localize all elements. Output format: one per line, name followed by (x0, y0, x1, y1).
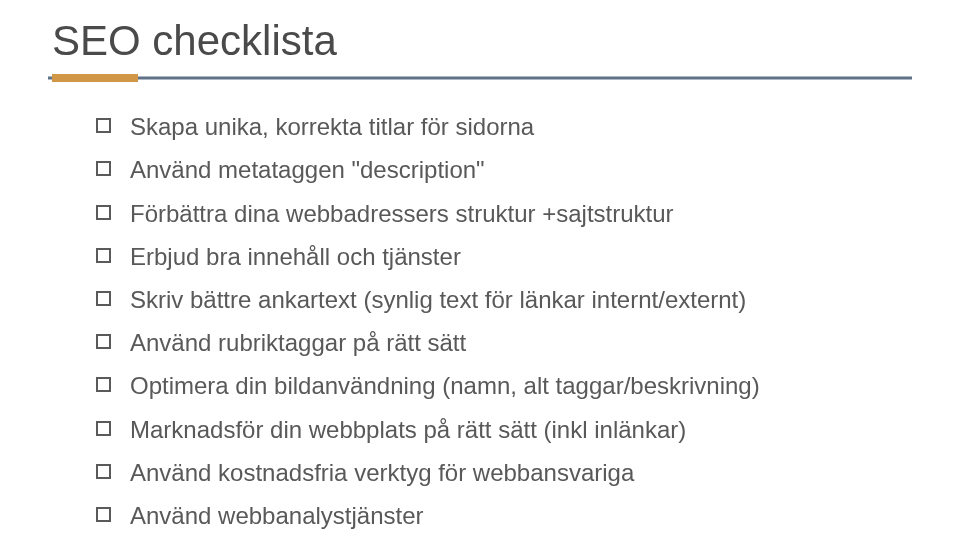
slide: SEO checklista Skapa unika, korrekta tit… (0, 0, 960, 551)
list-item: Använd webbanalystjänster (96, 497, 912, 534)
page-title: SEO checklista (52, 18, 912, 64)
list-item: Erbjud bra innehåll och tjänster (96, 238, 912, 275)
checklist: Skapa unika, korrekta titlar för sidorna… (48, 108, 912, 534)
list-item: Skapa unika, korrekta titlar för sidorna (96, 108, 912, 145)
title-rule (48, 74, 912, 82)
list-item: Marknadsför din webbplats på rätt sätt (… (96, 411, 912, 448)
list-item: Förbättra dina webbadressers struktur +s… (96, 195, 912, 232)
rule-line (48, 77, 912, 80)
list-item: Använd kostnadsfria verktyg för webbansv… (96, 454, 912, 491)
list-item: Använd metataggen "description" (96, 151, 912, 188)
list-item: Använd rubriktaggar på rätt sätt (96, 324, 912, 361)
list-item: Optimera din bildanvändning (namn, alt t… (96, 367, 912, 404)
rule-accent (52, 74, 138, 82)
list-item: Skriv bättre ankartext (synlig text för … (96, 281, 912, 318)
